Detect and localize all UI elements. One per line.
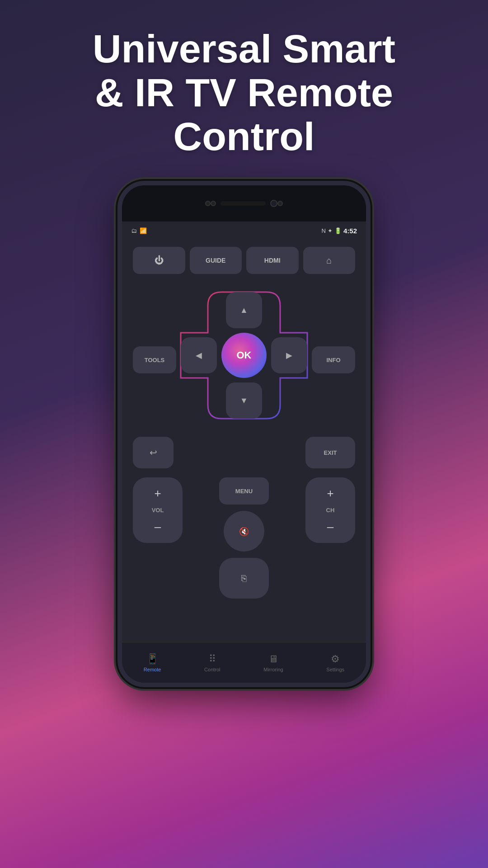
info-button[interactable]: INFO: [312, 346, 355, 373]
dpad-container: OK: [176, 288, 312, 423]
camera-dot-3: [277, 201, 283, 206]
front-camera: [270, 200, 277, 207]
phone-screen: 🗂 📶 N ✦ 🔋 4:52 GUIDE: [122, 222, 366, 683]
ch-label: CH: [326, 507, 335, 514]
side-button-left: [117, 267, 119, 294]
status-right: N ✦ 🔋 4:52: [322, 227, 357, 235]
up-arrow-icon: [240, 306, 248, 315]
dpad-section: OK: [176, 288, 312, 423]
wifi-icon: 📶: [140, 227, 147, 234]
bluetooth-icon: ✦: [328, 227, 333, 234]
status-left: 🗂 📶: [131, 227, 147, 234]
left-arrow-icon: [196, 350, 202, 360]
control-nav-icon: ⠿: [209, 653, 216, 665]
remote-nav-icon: 📱: [146, 653, 159, 665]
mute-icon: [239, 525, 249, 537]
mute-button[interactable]: [224, 511, 264, 552]
home-icon: [326, 255, 332, 266]
phone-device: 🗂 📶 N ✦ 🔋 4:52 GUIDE: [117, 181, 371, 687]
camera-dot-1: [205, 201, 211, 206]
camera-dot-2: [211, 201, 216, 206]
vol-label: VOL: [152, 507, 164, 514]
back-exit-row: EXIT: [133, 437, 355, 468]
status-time: 4:52: [343, 227, 357, 235]
tools-button[interactable]: TOOLS: [133, 346, 176, 373]
vol-minus-button[interactable]: –: [155, 520, 161, 534]
home-button[interactable]: [303, 247, 356, 274]
ch-column: + CH –: [305, 477, 355, 543]
vol-column: + VOL –: [133, 477, 183, 543]
input-icon: [241, 572, 247, 584]
middle-column: MENU: [219, 477, 269, 599]
dpad-up-button[interactable]: [226, 292, 262, 328]
power-button[interactable]: [133, 247, 185, 274]
dpad-row: TOOLS: [133, 288, 355, 432]
mirroring-nav-label: Mirroring: [263, 667, 283, 672]
control-nav-label: Control: [204, 667, 220, 672]
settings-nav-label: Settings: [326, 667, 344, 672]
speaker-grille: [221, 201, 266, 206]
power-icon: [155, 255, 164, 266]
sd-icon: 🗂: [131, 227, 137, 234]
vol-plus-button[interactable]: +: [154, 486, 161, 500]
dpad-right-button[interactable]: [271, 337, 307, 373]
app-title: Universal Smart & IR TV Remote Control: [36, 27, 452, 158]
vol-ch-section: + VOL – MENU: [133, 477, 355, 599]
nav-item-control[interactable]: ⠿ Control: [204, 653, 220, 672]
nfc-icon: N: [322, 227, 326, 234]
menu-button[interactable]: MENU: [219, 477, 269, 505]
title-area: Universal Smart & IR TV Remote Control: [0, 0, 488, 176]
top-buttons-row: GUIDE HDMI: [133, 247, 355, 274]
input-button[interactable]: [219, 558, 269, 599]
phone-top-bar: [122, 185, 366, 222]
settings-nav-icon: ⚙: [331, 653, 340, 665]
ok-button[interactable]: OK: [221, 333, 267, 378]
battery-icon: 🔋: [334, 227, 342, 234]
ch-minus-button[interactable]: –: [327, 520, 333, 534]
ch-plus-button[interactable]: +: [327, 486, 333, 500]
dpad-left-button[interactable]: [181, 337, 217, 373]
guide-button[interactable]: GUIDE: [190, 247, 242, 274]
exit-button[interactable]: EXIT: [305, 437, 355, 468]
mirroring-nav-icon: 🖥: [268, 653, 278, 665]
right-arrow-icon: [286, 350, 292, 360]
phone-content: GUIDE HDMI TOOLS: [122, 240, 366, 642]
hdmi-button[interactable]: HDMI: [246, 247, 299, 274]
dpad-down-button[interactable]: [226, 382, 262, 419]
bottom-nav: 📱 Remote ⠿ Control 🖥 Mirroring ⚙ Setting…: [122, 642, 366, 683]
phone-wrapper: 🗂 📶 N ✦ 🔋 4:52 GUIDE: [0, 181, 488, 687]
side-button-right: [369, 285, 371, 321]
back-icon: [150, 447, 157, 458]
nav-item-mirroring[interactable]: 🖥 Mirroring: [263, 653, 283, 672]
status-bar: 🗂 📶 N ✦ 🔋 4:52: [122, 222, 366, 240]
remote-nav-label: Remote: [144, 667, 161, 672]
down-arrow-icon: [240, 396, 248, 406]
nav-item-remote[interactable]: 📱 Remote: [144, 653, 161, 672]
nav-item-settings[interactable]: ⚙ Settings: [326, 653, 344, 672]
back-button[interactable]: [133, 437, 174, 468]
